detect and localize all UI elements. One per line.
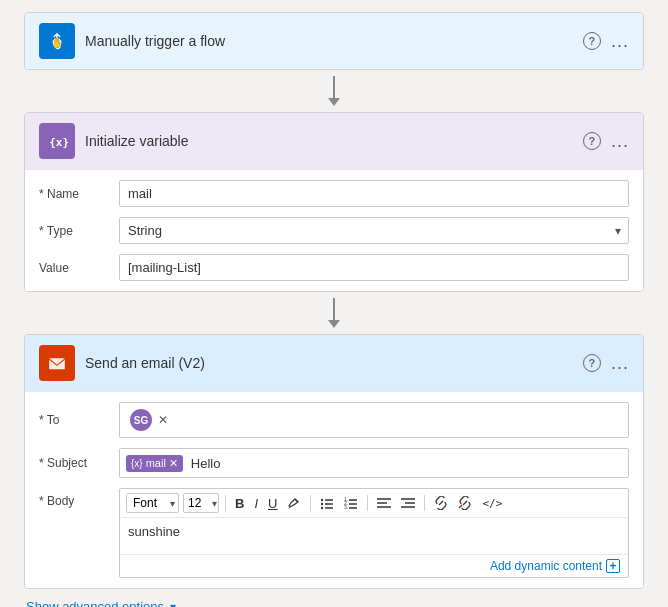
- svg-text:✋: ✋: [51, 36, 64, 49]
- variable-actions: ? ...: [583, 131, 629, 152]
- trigger-help-icon[interactable]: ?: [583, 32, 601, 50]
- variable-title: Initialize variable: [85, 133, 573, 149]
- arrow-1: [328, 70, 340, 112]
- email-subject-label: * Subject: [39, 456, 119, 470]
- svg-text:3.: 3.: [344, 504, 348, 510]
- email-to-row: * To SG ✕: [39, 402, 629, 438]
- var-chip-remove[interactable]: ✕: [169, 457, 178, 470]
- svg-point-9: [321, 503, 323, 505]
- svg-line-6: [295, 499, 298, 502]
- email-body-label: * Body: [39, 494, 119, 508]
- unlink-button[interactable]: [455, 494, 475, 512]
- size-select-wrapper: 12 10 14 16 18 ▾: [183, 493, 219, 513]
- email-card: Send an email (V2) ? ... * To SG ✕ * Sub…: [24, 334, 644, 589]
- trigger-title: Manually trigger a flow: [85, 33, 573, 49]
- align-right-icon: [401, 497, 415, 509]
- email-more-button[interactable]: ...: [611, 353, 629, 374]
- trigger-actions: ? ...: [583, 31, 629, 52]
- variable-icon-box: {x}: [39, 123, 75, 159]
- paint-button[interactable]: [284, 494, 304, 512]
- email-to-label: * To: [39, 413, 119, 427]
- trigger-header: ✋ Manually trigger a flow ? ...: [25, 13, 643, 69]
- variable-more-button[interactable]: ...: [611, 131, 629, 152]
- add-dynamic-content-link[interactable]: Add dynamic content +: [490, 559, 620, 573]
- variable-name-input[interactable]: [119, 180, 629, 207]
- arrow-line-1: [333, 76, 335, 98]
- link-button[interactable]: [431, 494, 451, 512]
- toolbar-sep-4: [424, 495, 425, 511]
- email-body-row: * Body Font ▾ 12: [39, 488, 629, 578]
- email-actions: ? ...: [583, 353, 629, 374]
- variable-icon-svg: {x}: [46, 130, 68, 152]
- trigger-icon-svg: ✋: [46, 30, 68, 52]
- variable-type-row: * Type String Integer Boolean Float Arra…: [39, 217, 629, 244]
- variable-name-label: * Name: [39, 187, 119, 201]
- email-title: Send an email (V2): [85, 355, 573, 371]
- toolbar-sep-3: [367, 495, 368, 511]
- svg-text:{x}: {x}: [49, 136, 68, 149]
- bold-button[interactable]: B: [232, 494, 247, 513]
- dynamic-content-label: Add dynamic content: [490, 559, 602, 573]
- num-list-button[interactable]: 1. 2. 3.: [341, 494, 361, 512]
- arrow-line-2: [333, 298, 335, 320]
- svg-rect-5: [49, 358, 65, 369]
- var-chip-name: mail: [146, 457, 166, 469]
- email-help-icon[interactable]: ?: [583, 354, 601, 372]
- bullet-list-button[interactable]: [317, 494, 337, 512]
- paint-icon: [287, 496, 301, 510]
- variable-value-input[interactable]: [119, 254, 629, 281]
- show-advanced-options[interactable]: Show advanced options ▾: [24, 589, 644, 607]
- flow-container: ✋ Manually trigger a flow ? ... {x} Init…: [12, 12, 656, 607]
- email-icon-box: [39, 345, 75, 381]
- toolbar-sep-2: [310, 495, 311, 511]
- show-advanced-label: Show advanced options: [26, 599, 164, 607]
- align-left-button[interactable]: [374, 495, 394, 511]
- link-icon: [434, 496, 448, 510]
- italic-button[interactable]: I: [251, 494, 261, 513]
- underline-button[interactable]: U: [265, 494, 280, 513]
- unlink-icon: [458, 496, 472, 510]
- email-body-toolbar: Font ▾ 12 10 14 16 18: [120, 489, 628, 518]
- email-header: Send an email (V2) ? ...: [25, 335, 643, 391]
- toolbar-sep-1: [225, 495, 226, 511]
- email-body-footer: Add dynamic content +: [120, 554, 628, 577]
- show-advanced-chevron-icon: ▾: [170, 600, 176, 608]
- trigger-card: ✋ Manually trigger a flow ? ...: [24, 12, 644, 70]
- variable-body: * Name * Type String Integer Boolean Flo…: [25, 169, 643, 291]
- align-left-icon: [377, 497, 391, 509]
- variable-name-row: * Name: [39, 180, 629, 207]
- svg-point-7: [321, 499, 323, 501]
- var-chip-label-x: {x}: [131, 458, 143, 469]
- email-subject-field[interactable]: {x} mail ✕ Hello: [119, 448, 629, 478]
- size-select[interactable]: 12 10 14 16 18: [183, 493, 219, 513]
- email-subject-text: Hello: [191, 456, 221, 471]
- trigger-more-button[interactable]: ...: [611, 31, 629, 52]
- align-right-button[interactable]: [398, 495, 418, 511]
- variable-header: {x} Initialize variable ? ...: [25, 113, 643, 169]
- svg-line-25: [459, 505, 462, 508]
- email-body-field: Font ▾ 12 10 14 16 18: [119, 488, 629, 578]
- email-body-text[interactable]: sunshine: [120, 518, 628, 554]
- arrow-head-2: [328, 320, 340, 328]
- font-select[interactable]: Font: [126, 493, 179, 513]
- num-list-icon: 1. 2. 3.: [344, 496, 358, 510]
- email-to-field[interactable]: SG ✕: [119, 402, 629, 438]
- arrow-2: [328, 292, 340, 334]
- svg-point-11: [321, 507, 323, 509]
- variable-type-select-wrapper: String Integer Boolean Float Array Objec…: [119, 217, 629, 244]
- email-to-avatar: SG: [130, 409, 152, 431]
- font-select-wrapper: Font ▾: [126, 493, 179, 513]
- variable-type-select[interactable]: String Integer Boolean Float Array Objec…: [119, 217, 629, 244]
- email-subject-row: * Subject {x} mail ✕ Hello: [39, 448, 629, 478]
- variable-type-label: * Type: [39, 224, 119, 238]
- bullet-list-icon: [320, 496, 334, 510]
- trigger-icon-box: ✋: [39, 23, 75, 59]
- email-subject-var-chip: {x} mail ✕: [126, 455, 183, 472]
- variable-help-icon[interactable]: ?: [583, 132, 601, 150]
- email-body: * To SG ✕ * Subject {x} mail ✕: [25, 391, 643, 588]
- variable-value-label: Value: [39, 261, 119, 275]
- variable-card: {x} Initialize variable ? ... * Name * T…: [24, 112, 644, 292]
- plus-box-icon: +: [606, 559, 620, 573]
- code-button[interactable]: </>: [479, 495, 505, 512]
- email-to-tag-remove[interactable]: ✕: [158, 413, 168, 427]
